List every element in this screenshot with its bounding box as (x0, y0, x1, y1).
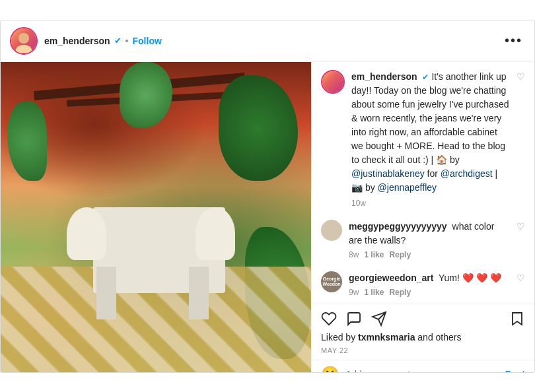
comment-2-body: georgieweedon_art Yum! ❤️ ❤️ ❤️ 9w 1 lik… (349, 271, 510, 298)
post-header: em_henderson ✔ • Follow ••• (1, 20, 534, 62)
author-verified-icon: ✔ (422, 73, 429, 82)
image-inner (1, 62, 311, 372)
header-avatar[interactable] (10, 27, 38, 55)
comment-2-reply-button[interactable]: Reply (389, 288, 411, 297)
plant-right-top (219, 75, 298, 181)
header-username[interactable]: em_henderson (44, 36, 110, 46)
post-container: em_henderson ✔ • Follow ••• (0, 20, 535, 373)
author-comment-time: 10w (351, 197, 510, 209)
author-comment-body: em_henderson ✔ It's another link up day!… (351, 70, 510, 209)
plant-left (7, 102, 47, 181)
like-button[interactable] (321, 311, 337, 327)
comment-1-body: meggypeggyyyyyyyyy what color are the wa… (349, 220, 510, 261)
post-body: em_henderson ✔ It's another link up day!… (1, 62, 534, 372)
likes-row: Liked by txmnksmaria and others (312, 331, 534, 345)
table-leg-right (189, 267, 209, 319)
author-comment-username[interactable]: em_henderson (351, 71, 417, 82)
comments-section: em_henderson ✔ It's another link up day!… (311, 62, 534, 372)
author-avatar-img (322, 71, 343, 92)
room-overlay (1, 62, 311, 372)
post-date: MAY 22 (312, 345, 534, 360)
svg-point-2 (18, 33, 29, 44)
comment-item-1: meggypeggyyyyyyyyy what color are the wa… (312, 214, 534, 266)
chair-right (196, 207, 235, 260)
comment-2-time: 9w (349, 286, 359, 298)
verified-icon: ✔ (114, 36, 122, 46)
commenter-1-username[interactable]: meggypeggyyyyyyyyy (349, 221, 447, 232)
table-leg-left (96, 267, 116, 319)
svg-point-1 (16, 45, 32, 53)
more-options-button[interactable]: ••• (502, 33, 525, 48)
post-image-wrap (1, 62, 311, 372)
link-archdigest[interactable]: @archdigest (441, 168, 493, 179)
follow-button[interactable]: Follow (133, 36, 162, 46)
add-comment-bar: 🙂 Post (312, 360, 534, 372)
dot-separator: • (125, 36, 129, 46)
comment-1-heart-icon[interactable]: ♡ (517, 220, 525, 232)
likes-text-prefix: Liked by (321, 332, 358, 343)
comment-2-text: Yum! ❤️ ❤️ ❤️ (439, 273, 501, 283)
comment-2-likes: 1 like (364, 286, 384, 298)
link-justina[interactable]: @justinablakeney (351, 168, 425, 179)
likes-username[interactable]: txmnksmaria (358, 332, 415, 343)
hanging-plant (120, 62, 172, 128)
share-button[interactable] (371, 311, 387, 327)
comment-2-meta: 9w 1 like Reply (349, 286, 510, 298)
link-jenna[interactable]: @jennapeffley (378, 182, 437, 193)
comment-item-2: GeorgieWeedon georgieweedon_art Yum! ❤️ … (312, 266, 534, 304)
save-button[interactable] (509, 311, 525, 327)
likes-text-suffix: and others (417, 332, 461, 343)
post-image (1, 62, 311, 372)
header-info: em_henderson ✔ • Follow (44, 36, 502, 46)
emoji-button[interactable]: 🙂 (321, 366, 339, 372)
commenter-1-avatar[interactable] (321, 220, 342, 241)
comment-1-reply-button[interactable]: Reply (389, 250, 411, 259)
avatar-image (11, 28, 36, 53)
actions-bar (312, 304, 534, 331)
comment-1-meta: 8w 1 like Reply (349, 249, 510, 261)
author-comment-heart-icon[interactable]: ♡ (517, 70, 525, 209)
comment-1-likes: 1 like (364, 249, 384, 261)
author-comment-text: It's another link up day!! Today on the … (351, 71, 509, 193)
author-comment: em_henderson ✔ It's another link up day!… (312, 62, 534, 214)
author-avatar[interactable] (321, 70, 345, 94)
commenter-2-avatar[interactable]: GeorgieWeedon (321, 271, 342, 292)
comment-button[interactable] (346, 311, 362, 327)
comment-input[interactable] (345, 369, 499, 372)
comment-2-heart-icon[interactable]: ♡ (517, 271, 525, 283)
commenter-2-username[interactable]: georgieweedon_art (349, 273, 433, 283)
comment-1-time: 8w (349, 249, 359, 261)
svg-marker-5 (513, 313, 522, 325)
chair-left (67, 207, 106, 260)
post-comment-button[interactable]: Post (505, 369, 525, 372)
